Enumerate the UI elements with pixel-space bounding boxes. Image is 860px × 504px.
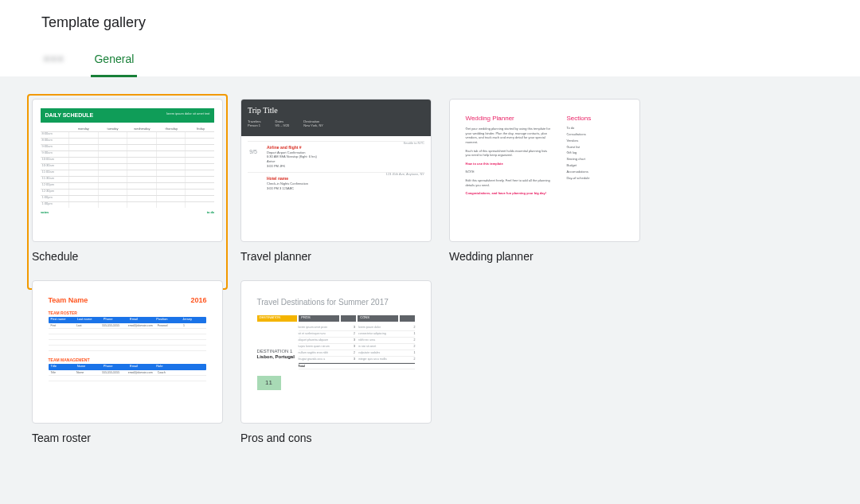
template-thumbnail[interactable]: Travel Destinations for Summer 2017 DEST…	[240, 280, 432, 424]
tab-general[interactable]: General	[91, 46, 137, 77]
template-thumbnail[interactable]: DAILY SCHEDULE lorem ipsum dolor sit ame…	[32, 99, 223, 242]
thumb-trip-title: Trip Title	[248, 106, 424, 115]
template-label: Team roster	[32, 432, 223, 444]
template-wedding-planner[interactable]: Wedding Planner Get your wedding plannin…	[449, 99, 640, 263]
template-label: Pros and cons	[240, 432, 432, 444]
thumb-team-year: 2016	[190, 296, 206, 305]
template-gallery: DAILY SCHEDULE lorem ipsum dolor sit ame…	[0, 76, 860, 504]
thumb-wed-sections: Sections	[566, 115, 624, 123]
template-thumbnail[interactable]: Wedding Planner Get your wedding plannin…	[449, 99, 640, 242]
thumb-banner-title: DAILY SCHEDULE	[45, 112, 94, 119]
thumb-banner-right: lorem ipsum dolor sit amet text	[166, 112, 209, 119]
template-pros-cons[interactable]: Travel Destinations for Summer 2017 DEST…	[240, 280, 432, 444]
template-team-roster[interactable]: Team Name 2016 TEAM ROSTER First name La…	[32, 280, 223, 444]
thumb-pc-title: Travel Destinations for Summer 2017	[257, 298, 416, 307]
tab-org[interactable]: • • •	[41, 46, 65, 77]
template-thumbnail[interactable]: Team Name 2016 TEAM ROSTER First name La…	[32, 280, 223, 424]
thumb-team-name: Team Name	[49, 296, 88, 305]
template-label: Schedule	[32, 250, 223, 263]
tab-bar: • • • General	[41, 45, 819, 76]
template-label: Travel planner	[240, 250, 432, 263]
template-schedule[interactable]: DAILY SCHEDULE lorem ipsum dolor sit ame…	[32, 99, 223, 263]
template-thumbnail[interactable]: Trip Title TravelersPerson 1 Dates9/5 – …	[240, 99, 432, 242]
thumb-pc-score: 11	[257, 376, 281, 390]
template-label: Wedding planner	[449, 250, 640, 263]
thumb-wed-title: Wedding Planner	[466, 115, 553, 123]
template-travel-planner[interactable]: Trip Title TravelersPerson 1 Dates9/5 – …	[240, 99, 432, 263]
page-title: Template gallery	[41, 14, 819, 31]
